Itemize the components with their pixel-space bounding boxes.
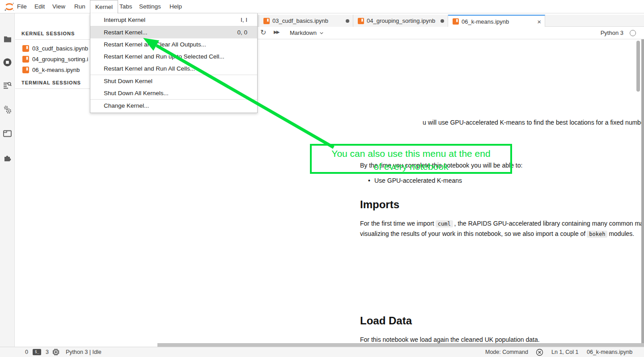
menu-kernel-active[interactable]: Kernel — [90, 0, 118, 14]
unsaved-changes-dot — [346, 19, 349, 23]
load-data-paragraph: For this notebook we load again the clea… — [360, 335, 540, 343]
imports-heading: Imports — [360, 198, 399, 211]
settings-gears-icon[interactable] — [0, 102, 15, 117]
shortcut-label: 0, 0 — [237, 26, 247, 38]
session-name: 06_k-means.ipynb — [32, 67, 80, 73]
not-trusted-icon — [536, 349, 543, 356]
notebook-file-icon — [263, 18, 270, 24]
notebook-horizontal-scrollbar[interactable] — [157, 343, 644, 347]
close-icon[interactable]: × — [537, 18, 541, 25]
kernel-dropdown-menu: Interrupt Kernel I, I Restart Kernel... … — [90, 13, 258, 113]
jupyter-logo-icon — [4, 1, 15, 13]
cell-type-dropdown[interactable]: Markdown — [290, 27, 323, 39]
menu-item-shut-down-kernel[interactable]: Shut Down Kernel — [90, 75, 257, 87]
notebook-objective-bullet: Use GPU-accelerated K-means — [374, 177, 462, 184]
mode-indicator: Mode: Command — [485, 347, 528, 357]
menu-item-restart-kernel[interactable]: Restart Kernel... 0, 0 — [90, 26, 257, 38]
notebook-file-icon — [358, 18, 364, 24]
menu-help[interactable]: Help — [167, 0, 185, 13]
chevron-down-icon — [320, 31, 323, 35]
notebook-file-icon — [22, 56, 29, 63]
open-tabs-icon[interactable] — [0, 126, 15, 141]
session-name: 03_cudf_basics.ipynb — [32, 45, 88, 52]
file-browser-icon[interactable] — [0, 31, 15, 46]
cursor-position: Ln 1, Col 1 — [551, 347, 578, 357]
notebook-vertical-scrollbar[interactable] — [636, 41, 640, 92]
tab-04-grouping-sorting[interactable]: 04_grouping_sorting.ipynb — [353, 15, 448, 27]
tab-title: 03_cudf_basics.ipynb — [272, 17, 342, 24]
terminal-icon: $_ — [33, 349, 41, 355]
notebook-intro-paragraph: u will use GPU-accelerated K-means to fi… — [423, 118, 644, 127]
status-bar: 0 $_ 3 Python 3 | Idle Mode: Command Ln … — [0, 347, 644, 357]
jupyterlab-window: u will use GPU-accelerated K-means to fi… — [0, 0, 644, 357]
menu-tabs[interactable]: Tabs — [117, 0, 135, 13]
left-sidebar-strip — [0, 13, 15, 347]
menu-run[interactable]: Run — [72, 0, 88, 13]
property-inspector-icon[interactable] — [0, 78, 15, 93]
menu-item-restart-run-to-selected[interactable]: Restart Kernel and Run up to Selected Ce… — [90, 50, 257, 63]
imports-paragraph: For the first time we importcuml, the RA… — [360, 218, 644, 239]
unsaved-changes-dot — [441, 19, 444, 23]
tab-03-cudf-basics[interactable]: 03_cudf_basics.ipynb — [258, 15, 353, 27]
tab-title: 04_grouping_sorting.ipynb — [367, 17, 437, 24]
menu-item-interrupt-kernel[interactable]: Interrupt Kernel I, I — [90, 14, 257, 26]
shortcut-label: I, I — [241, 14, 247, 26]
run-all-icon[interactable]: ▶▶ — [274, 29, 279, 34]
extension-manager-icon[interactable] — [0, 150, 15, 165]
menu-edit[interactable]: Edit — [32, 0, 47, 13]
annotation-callout-box: You can also use this menu at the end of… — [310, 144, 512, 174]
kernels-count: 3 — [46, 347, 49, 357]
tab-06-k-means-active[interactable]: 06_k-means.ipynb × — [448, 15, 545, 27]
annotation-text-line2: of every notebook — [312, 160, 510, 173]
notebook-file-icon — [22, 67, 29, 73]
terminals-count: 0 — [25, 347, 28, 357]
annotation-text-line1: You can also use this menu at the end — [312, 147, 510, 160]
running-sessions-icon[interactable] — [0, 55, 15, 70]
kernel-name-button[interactable]: Python 3 — [601, 27, 623, 39]
load-data-heading: Load Data — [360, 315, 412, 327]
kernel-status-text: Python 3 | Idle — [66, 347, 102, 357]
menu-view[interactable]: View — [50, 0, 68, 13]
window-right-edge — [641, 39, 644, 343]
session-name: 04_grouping_sorting.i — [32, 56, 88, 63]
menu-item-restart-run-all[interactable]: Restart Kernel and Run All Cells... — [90, 63, 257, 75]
restart-kernel-icon[interactable]: ↻ — [260, 28, 266, 37]
notebook-file-icon — [453, 18, 459, 25]
main-menu-bar: File Edit View Run Kernel Tabs Settings … — [0, 0, 644, 13]
menu-item-shut-down-all-kernels[interactable]: Shut Down All Kernels... — [90, 87, 257, 99]
kernel-status-icon — [630, 30, 636, 36]
menu-settings[interactable]: Settings — [136, 0, 164, 13]
notebook-file-icon — [22, 45, 29, 52]
kernel-chip-icon — [52, 349, 59, 356]
menu-item-restart-clear-outputs[interactable]: Restart Kernel and Clear All Outputs... — [90, 38, 257, 50]
menu-file[interactable]: File — [14, 0, 30, 13]
menu-item-change-kernel[interactable]: Change Kernel... — [90, 100, 257, 112]
active-filename: 06_k-means.ipynb — [587, 347, 632, 357]
tab-title: 06_k-means.ipynb — [462, 18, 534, 25]
